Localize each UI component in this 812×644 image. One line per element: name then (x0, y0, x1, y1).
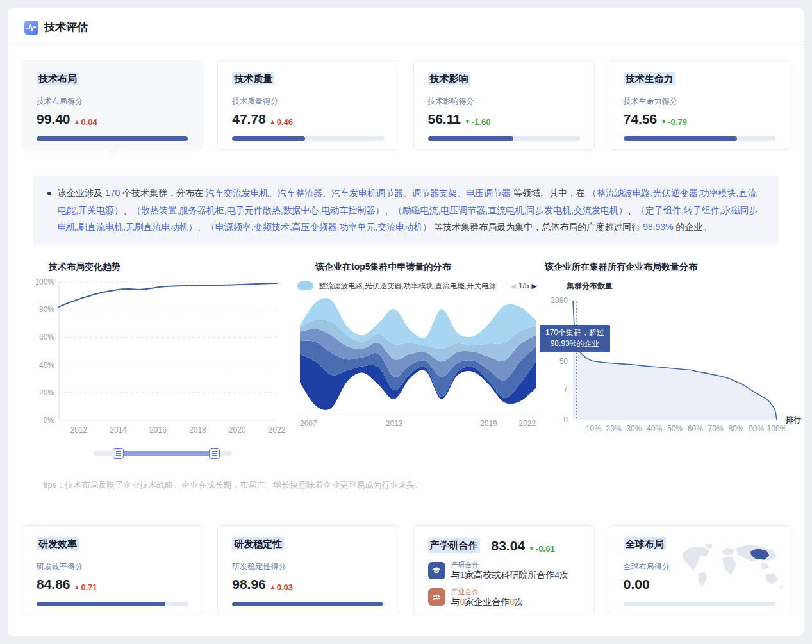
svg-text:10%: 10% (586, 424, 601, 433)
score-label: 技术质量得分 (232, 96, 384, 107)
legend-swatch (297, 281, 313, 290)
metric-card-tech-vitality[interactable]: 技术生命力 技术生命力得分 74.56 -0.79 (609, 60, 790, 150)
bullet-icon (47, 192, 51, 195)
progress-fill (232, 602, 383, 606)
score-delta: 0.03 (270, 582, 293, 592)
slider-handle-left[interactable] (113, 448, 124, 459)
score-value-row: 99.40 0.04 (37, 111, 188, 127)
industry-cooperation-meta: 产业合作 与0家企业合作0次 (451, 588, 524, 607)
trend-arrow-icon (74, 119, 80, 125)
metric-card-tech-quality[interactable]: 技术质量 技术质量得分 47.78 0.46 (217, 60, 399, 150)
score-value: 47.78 (232, 111, 266, 127)
score-progress-bar (232, 602, 384, 606)
score-value: 98.96 (232, 577, 266, 592)
metric-card-tech-impact[interactable]: 技术影响 技术影响得分 56.11 -1.60 (413, 60, 595, 150)
metric-card-rd-efficiency[interactable]: 研发效率 研发效率得分 84.86 0.71 (22, 525, 203, 615)
svg-text:2016: 2016 (149, 425, 167, 434)
industry-cooperation-row: 产业合作 与0家企业合作0次 (428, 588, 580, 607)
tips-text: tips：技术布局反映了企业技术战略。企业在成长期，布局广、增长快意味着企业更容… (44, 479, 804, 491)
score-value-row: 74.56 -0.79 (624, 111, 775, 127)
progress-fill (428, 136, 513, 141)
score-delta: 0.04 (74, 117, 97, 127)
svg-text:60%: 60% (688, 424, 703, 433)
legend-page-indicator: 1/5 (518, 281, 529, 290)
research-cooperation-meta: 产研合作 与1家高校或科研院所合作4次 (451, 561, 569, 581)
trend-chart-block: 技术布局变化趋势 0%20%40%60%80%100%2012201420162… (36, 261, 291, 460)
svg-text:20%: 20% (606, 424, 622, 433)
svg-text:2013: 2013 (386, 419, 403, 428)
score-label: 技术生命力得分 (624, 96, 775, 107)
score-value: 83.04 (492, 538, 526, 554)
rank-tooltip: 170个集群，超过 98.93%的企业 (540, 325, 610, 352)
rank-chart-wrap: 2980507010%20%30%40%50%60%70%80%90%100%排… (545, 293, 802, 439)
card-title: 研发效率 (37, 538, 188, 550)
summary-text: 该企业涉及 170 个技术集群，分布在 汽车交流发电机、汽车整流器、汽车发电机调… (58, 185, 765, 236)
year-range-slider[interactable] (36, 446, 291, 460)
score-delta: 0.71 (74, 582, 97, 592)
industry-cooperation-text: 与0家企业合作0次 (451, 597, 524, 607)
legend-label: 整流滤波电路,光伏逆变器,功率模块,直流电能,开关电源 (319, 281, 496, 291)
trend-line-chart: 0%20%40%60%80%100%2012201420162018202020… (36, 276, 287, 437)
stream-chart: 2007201320192022 (297, 293, 538, 431)
svg-text:100%: 100% (767, 424, 787, 433)
trend-arrow-icon (661, 119, 667, 125)
research-cooperation-label: 产研合作 (451, 561, 569, 569)
card-title: 技术生命力 (624, 73, 775, 85)
score-value-row: 83.04 -0.01 (492, 538, 555, 554)
score-delta: -0.01 (529, 544, 555, 554)
trend-arrow-icon (270, 584, 276, 590)
score-value-row: 84.86 0.71 (37, 577, 188, 592)
rank-chart-block: 该企业所在集群所有企业布局数量分布 集群分布数量 2980507010%20%3… (545, 261, 802, 460)
card-title-row: 产学研合作 83.04 -0.01 (428, 538, 580, 554)
legend-prev-icon[interactable] (510, 283, 515, 290)
svg-text:50%: 50% (667, 424, 683, 433)
score-label: 研发效率得分 (37, 561, 188, 572)
score-progress-bar (37, 602, 188, 606)
svg-text:80%: 80% (728, 424, 743, 433)
slider-handle-right[interactable] (209, 448, 220, 459)
svg-text:2012: 2012 (70, 425, 88, 434)
score-value: 56.11 (428, 111, 461, 127)
svg-text:70%: 70% (708, 424, 724, 433)
summary-block: 该企业涉及 170 个技术集群，分布在 汽车交流发电机、汽车整流器、汽车发电机调… (33, 176, 779, 245)
stream-legend: 整流滤波电路,光伏逆变器,功率模块,直流电能,开关电源 1/5 (297, 281, 538, 291)
score-label: 技术影响得分 (428, 96, 580, 107)
svg-text:20%: 20% (39, 388, 54, 397)
score-delta: -1.60 (465, 117, 491, 127)
legend-pager: 1/5 (510, 281, 538, 290)
score-label: 研发稳定性得分 (232, 561, 384, 572)
progress-fill (37, 136, 188, 141)
slider-selected-range[interactable] (118, 451, 215, 456)
page-title: 技术评估 (44, 20, 88, 35)
tech-assessment-panel: 技术评估 技术布局 技术布局得分 99.40 0.04 技术质量 技术质量得分 … (8, 8, 804, 636)
metric-card-tech-layout[interactable]: 技术布局 技术布局得分 99.40 0.04 (22, 60, 203, 150)
svg-text:60%: 60% (39, 333, 54, 342)
bottom-metric-cards: 研发效率 研发效率得分 84.86 0.71 研发稳定性 研发稳定性得分 98.… (8, 525, 804, 615)
trend-arrow-icon (529, 546, 534, 552)
world-map-icon (677, 543, 784, 597)
card-title: 技术影响 (428, 73, 580, 85)
svg-text:2019: 2019 (480, 419, 497, 428)
svg-text:7: 7 (563, 384, 568, 393)
svg-text:2980: 2980 (551, 296, 568, 305)
metric-card-rd-stability[interactable]: 研发稳定性 研发稳定性得分 98.96 0.03 (217, 525, 399, 615)
svg-text:30%: 30% (626, 424, 642, 433)
trend-arrow-icon (270, 119, 276, 125)
card-global-layout[interactable]: 全球布局 全球布局得分 0.00 (609, 525, 790, 615)
rank-distribution-chart: 2980507010%20%30%40%50%60%70%80%90%100%排… (545, 293, 802, 439)
graduation-cap-icon (428, 562, 445, 579)
score-value: 74.56 (624, 111, 658, 127)
legend-next-icon[interactable] (532, 283, 537, 290)
card-industry-academia-cooperation[interactable]: 产学研合作 83.04 -0.01 产研合作 与1家高校或科研院所合作4次 (413, 525, 595, 615)
people-group-glyph (431, 592, 442, 602)
score-label: 技术布局得分 (37, 96, 188, 107)
svg-text:40%: 40% (39, 360, 54, 369)
trend-chart-title: 技术布局变化趋势 (49, 261, 291, 273)
drag-handle-icon (116, 453, 121, 454)
score-progress-bar (37, 136, 188, 141)
card-title: 技术质量 (232, 73, 384, 85)
score-value: 0.00 (624, 577, 650, 592)
industry-cooperation-label: 产业合作 (451, 588, 524, 596)
graduation-cap-glyph (431, 565, 442, 575)
svg-text:50: 50 (559, 356, 568, 365)
